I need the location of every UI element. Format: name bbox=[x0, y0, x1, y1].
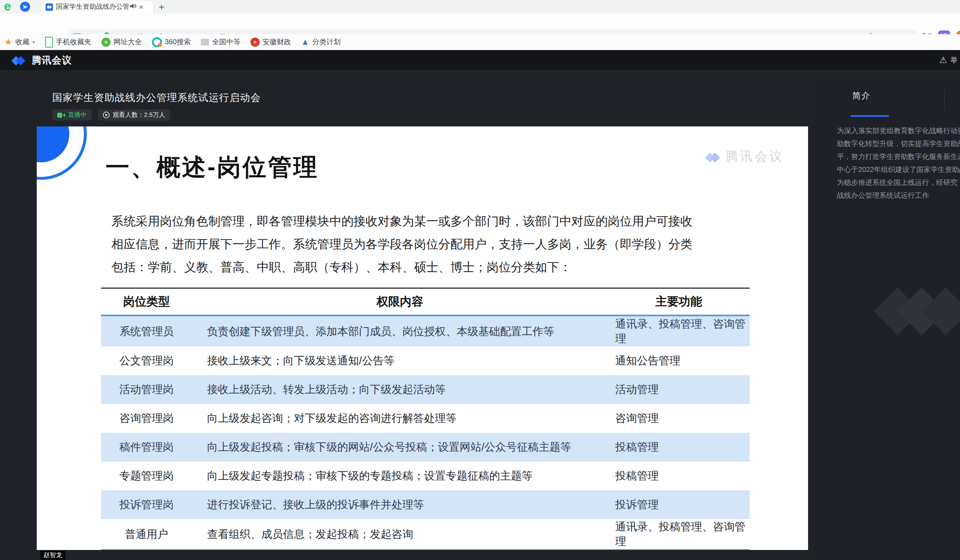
tab-title: 国家学生资助战线办公管理 bbox=[56, 3, 129, 11]
tab-divider bbox=[944, 89, 945, 109]
cell-functions: 投稿管理 bbox=[608, 433, 750, 462]
tab-strip: e 国家学生资助战线办公管理 × + bbox=[0, 0, 960, 13]
sidebar-watermark-logo-icon bbox=[874, 275, 960, 343]
live-status-label: 直播中 bbox=[68, 111, 87, 119]
cell-functions: 投诉管理 bbox=[608, 490, 750, 519]
slide-paragraph: 系统采用岗位角色制管理，即各管理模块中的接收对象为某一或多个部门时，该部门中对应… bbox=[111, 210, 692, 279]
bookmark-mobile-favorites[interactable]: 手机收藏夹 bbox=[45, 37, 91, 48]
table-row: 普通用户 查看组织、成员信息；发起投稿；发起咨询 通讯录、投稿管理、咨询管理 bbox=[101, 519, 750, 550]
address-bar: ← → ↻ ⌂ 证 腾讯 https://meeting.tencent.com… bbox=[0, 13, 960, 34]
table-row: 公文管理岗 接收上级来文；向下级发送通知/公告等 通知公告管理 bbox=[101, 346, 750, 375]
watermark-text: 腾讯会议 bbox=[725, 148, 784, 165]
description-line: 为稳步推进系统全国上线运行，经研究，现开 bbox=[837, 176, 960, 189]
tab-close-icon[interactable]: × bbox=[139, 3, 144, 11]
active-tab[interactable]: 国家学生资助战线办公管理 × bbox=[42, 0, 154, 13]
live-title: 国家学生资助战线办公管理系统试运行启动会 bbox=[52, 91, 261, 104]
report-label[interactable]: 举 bbox=[950, 55, 957, 65]
cell-role: 普通用户 bbox=[101, 519, 192, 550]
table-row: 稿件管理岗 向上级发起投稿；审核下级的网站/公众号投稿；设置网站/公众号征稿主题… bbox=[101, 433, 750, 462]
bookmark-label: 手机收藏夹 bbox=[56, 37, 91, 47]
cell-role: 投诉管理岗 bbox=[101, 490, 192, 519]
bookmark-classification-plan[interactable]: ▲ 分类计划 bbox=[301, 37, 341, 47]
viewers-label: 观看人数：2.5万人 bbox=[113, 111, 165, 119]
cell-permissions: 接收上级来文；向下级发送通知/公告等 bbox=[192, 346, 608, 375]
browser-logo-icon[interactable]: e bbox=[2, 1, 13, 13]
meeting-header: 腾讯会议 ⚠ 举 bbox=[0, 50, 960, 70]
caret-down-icon: ▾ bbox=[33, 39, 35, 45]
col-header-role-type: 岗位类型 bbox=[101, 288, 192, 316]
table-row: 活动管理岗 接收上级活动、转发上级活动；向下级发起活动等 活动管理 bbox=[101, 375, 750, 404]
report-warning-icon[interactable]: ⚠ bbox=[939, 55, 947, 65]
tab-intro[interactable]: 简介 bbox=[852, 90, 871, 101]
col-header-permissions: 权限内容 bbox=[192, 288, 608, 316]
presenter-name-tag: 赵智龙 bbox=[40, 551, 65, 560]
slide-watermark: 腾讯会议 bbox=[703, 148, 784, 165]
cell-permissions: 查看组织、成员信息；发起投稿；发起咨询 bbox=[192, 519, 608, 550]
cell-functions: 通知公告管理 bbox=[608, 346, 750, 375]
bookmark-label: 网址大全 bbox=[114, 37, 142, 47]
description-line: 助数字化转型升级，切实提高学生资助战线办 bbox=[837, 137, 960, 150]
cell-functions: 活动管理 bbox=[608, 375, 750, 404]
bookmark-site-directory[interactable]: + 网址大全 bbox=[101, 37, 142, 47]
cell-permissions: 进行投诉登记、接收上级的投诉事件并处理等 bbox=[192, 490, 608, 519]
play-circle-icon bbox=[103, 111, 110, 119]
tab-audio-icon[interactable] bbox=[130, 3, 136, 11]
cell-functions: 咨询管理 bbox=[608, 404, 750, 433]
video-slide[interactable]: 腾讯会议 一、概述-岗位管理 系统采用岗位角色制管理，即各管理模块中的接收对象为… bbox=[37, 126, 808, 550]
active-tab-underline bbox=[851, 115, 889, 117]
description-line: 中心于2022年组织建设了国家学生资助战线 bbox=[837, 163, 960, 176]
bookmarks-bar: ★ 收藏 ▾ 手机收藏夹 + 网址大全 360搜索 全国中等 ★ 安徽财政 ▲ … bbox=[0, 34, 960, 50]
slide-heading: 一、概述-岗位管理 bbox=[106, 151, 319, 184]
description-line: 为深入落实部党组教育数字化战略行动要求， bbox=[837, 124, 960, 137]
meeting-logo-icon bbox=[703, 150, 722, 164]
paragraph-line: 相应信息，进而开展下一步工作。系统管理员为各学段各岗位分配用户，支持一人多岗，业… bbox=[111, 233, 692, 256]
cell-role: 系统管理员 bbox=[101, 315, 192, 346]
table-row: 投诉管理岗 进行投诉登记、接收上级的投诉事件并处理等 投诉管理 bbox=[101, 490, 750, 519]
paper-plane-icon bbox=[23, 4, 28, 10]
table-row: 系统管理员 负责创建下级管理员、添加本部门成员、岗位授权、本级基础配置工作等 通… bbox=[101, 315, 750, 346]
paragraph-line: 包括：学前、义教、普高、中职、高职（专科）、本科、硕士、博士；岗位分类如下： bbox=[111, 256, 692, 279]
cell-role: 专题管理岗 bbox=[101, 462, 192, 490]
emblem-icon: ★ bbox=[250, 38, 260, 47]
bookmark-360-search[interactable]: 360搜索 bbox=[152, 37, 191, 47]
intro-description: 为深入落实部党组教育数字化战略行动要求， 助数字化转型升级，切实提高学生资助战线… bbox=[837, 124, 960, 202]
bookmark-favorites[interactable]: ★ 收藏 ▾ bbox=[4, 37, 35, 48]
cell-functions: 投稿管理 bbox=[608, 462, 750, 490]
phone-icon bbox=[45, 37, 53, 48]
cell-permissions: 向上级发起专题投稿；审核下级的专题投稿；设置专题征稿的主题等 bbox=[192, 462, 608, 490]
pinned-tab-icon[interactable] bbox=[20, 2, 30, 12]
triangle-icon: ▲ bbox=[301, 37, 309, 47]
bookmark-anhui-finance[interactable]: ★ 安徽财政 bbox=[250, 37, 291, 47]
new-tab-button[interactable]: + bbox=[159, 1, 164, 13]
cell-role: 咨询管理岗 bbox=[101, 404, 192, 433]
bookmark-national[interactable]: 全国中等 bbox=[201, 37, 240, 47]
col-header-main-functions: 主要功能 bbox=[608, 288, 750, 316]
table-header-row: 岗位类型 权限内容 主要功能 bbox=[101, 288, 750, 316]
cell-role: 活动管理岗 bbox=[101, 375, 192, 404]
cell-role: 公文管理岗 bbox=[101, 346, 192, 375]
cell-permissions: 向上级发起投稿；审核下级的网站/公众号投稿；设置网站/公众号征稿主题等 bbox=[192, 433, 608, 462]
live-status-badge: 直播中 bbox=[52, 109, 92, 121]
camera-icon bbox=[57, 112, 65, 118]
browser-window: e 国家学生资助战线办公管理 × + ← → ↻ ⌂ 证 腾讯 bbox=[0, 0, 960, 560]
roles-table: 岗位类型 权限内容 主要功能 系统管理员 负责创建下级管理员、添加本部门成员、岗… bbox=[101, 288, 750, 550]
cell-permissions: 向上级发起咨询；对下级发起的咨询进行解答处理等 bbox=[192, 404, 608, 433]
bookmark-label: 收藏 bbox=[15, 37, 30, 47]
slide-decor-ring bbox=[37, 126, 87, 180]
meeting-brand[interactable]: 腾讯会议 bbox=[9, 53, 72, 67]
description-line: 平，努力打造学生资助数字化服务新生态，全 bbox=[837, 150, 960, 163]
table-row: 咨询管理岗 向上级发起咨询；对下级发起的咨询进行解答处理等 咨询管理 bbox=[101, 404, 750, 433]
bookmark-label: 360搜索 bbox=[165, 37, 191, 47]
bookmark-label: 安徽财政 bbox=[263, 37, 291, 47]
bookmark-label: 分类计划 bbox=[312, 37, 341, 47]
paragraph-line: 系统采用岗位角色制管理，即各管理模块中的接收对象为某一或多个部门时，该部门中对应… bbox=[111, 210, 692, 233]
meeting-logo-icon bbox=[9, 53, 28, 67]
cell-permissions: 负责创建下级管理员、添加本部门成员、岗位授权、本级基础配置工作等 bbox=[192, 315, 608, 346]
viewers-badge: 观看人数：2.5万人 bbox=[98, 109, 170, 121]
star-icon: ★ bbox=[4, 37, 13, 48]
description-line: 战线办公管理系统试运行工作 bbox=[837, 189, 960, 202]
table-row: 专题管理岗 向上级发起专题投稿；审核下级的专题投稿；设置专题征稿的主题等 投稿管… bbox=[101, 462, 750, 490]
cell-role: 稿件管理岗 bbox=[101, 433, 192, 462]
live-badges: 直播中 观看人数：2.5万人 bbox=[52, 109, 170, 121]
site-directory-icon: + bbox=[101, 38, 111, 47]
